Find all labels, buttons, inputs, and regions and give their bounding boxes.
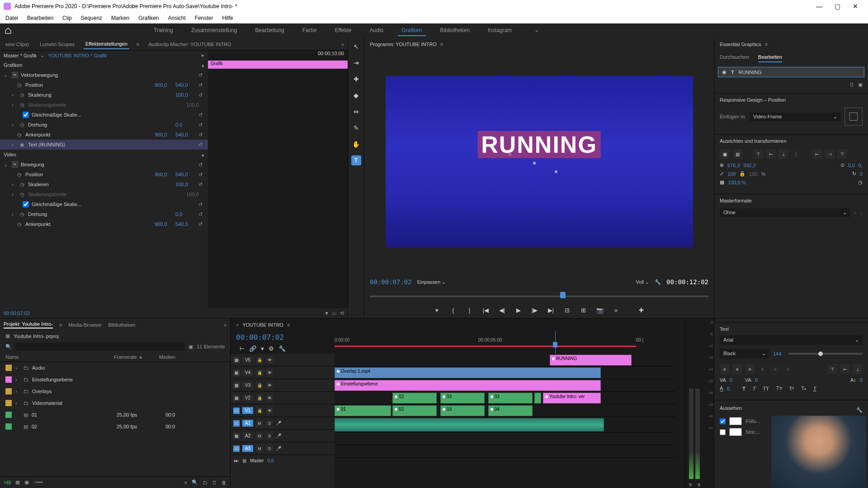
track-a2[interactable]: A2 [242, 432, 253, 439]
track-toggle[interactable]: ▦ [233, 433, 240, 439]
fit-dropdown[interactable]: Einpassen ⌄ [417, 279, 446, 285]
reset-icon[interactable] [196, 82, 204, 88]
tab-bibliotheken[interactable]: Bibliotheken [108, 322, 135, 328]
lift-icon[interactable]: ⊟ [562, 305, 572, 315]
down-arrow-icon[interactable]: ↓ [860, 210, 863, 216]
track-mute-icon[interactable]: M [256, 420, 263, 427]
eg-pos-x[interactable]: 576,3 [727, 163, 740, 168]
eg-tab-bearbeiten[interactable]: Bearbeiten [758, 52, 782, 62]
eg-tab-durchsuchen[interactable]: Durchsuchen [720, 52, 749, 62]
visibility-icon[interactable]: ◉ [722, 69, 726, 75]
fx-badge[interactable]: fx [12, 161, 18, 168]
tab-audioclip-mischer[interactable]: Audioclip-Mischer: YOUTUBE INTRO [146, 40, 233, 49]
position-y[interactable]: 540,0 [175, 82, 193, 88]
step-forward-icon[interactable]: |▶ [530, 305, 540, 315]
eg-rotation[interactable]: 0 [860, 171, 863, 177]
stopwatch-icon[interactable]: ◷ [17, 82, 23, 88]
snap-icon[interactable]: ⊢ [240, 345, 245, 352]
mark-out-icon[interactable]: } [465, 305, 475, 315]
eg-font-dropdown[interactable]: Arial⌄ [720, 335, 863, 345]
reset-icon[interactable] [196, 92, 204, 98]
clip-small-v2[interactable] [534, 393, 541, 404]
anker-y[interactable]: 540,0 [175, 132, 193, 137]
list-view-icon[interactable]: ≡▤ [4, 479, 11, 485]
mic-icon[interactable]: 🎤 [276, 433, 281, 438]
distribute-v-icon[interactable]: ⊣ [825, 149, 835, 159]
menu-grafiken[interactable]: Grafiken [135, 14, 162, 22]
reset-icon[interactable] [196, 221, 204, 227]
track-visibility-icon[interactable]: 👁 [266, 382, 273, 389]
mic-icon[interactable]: 🎤 [276, 421, 281, 426]
track-toggle[interactable]: ▦ [233, 395, 240, 401]
track-toggle[interactable]: ▦ [233, 382, 240, 389]
expand-icon[interactable]: ⌄ [4, 162, 9, 168]
stopwatch-icon[interactable]: ◷ [20, 122, 25, 128]
track-a3[interactable]: A3 [242, 445, 253, 452]
reset-icon[interactable] [196, 162, 204, 168]
clip-running[interactable]: RUNNING [550, 355, 632, 366]
track-v5[interactable]: V5 [242, 357, 253, 363]
small-caps-icon[interactable]: Tᴛ [776, 385, 782, 391]
workspace-zusammenstellung[interactable]: Zusammenstellung [188, 25, 241, 36]
clip-01-v1[interactable]: 01 [335, 405, 391, 416]
anker-x[interactable]: 960,0 [155, 132, 173, 137]
clip-02-v2[interactable]: 02 [392, 393, 437, 404]
clip-02-v1[interactable]: 02 [392, 405, 437, 416]
project-item[interactable]: ›🗀Einstellungsebene [0, 374, 230, 385]
collapse-icon[interactable]: ▴ [202, 152, 204, 158]
group-layer-icon[interactable]: ▣ [858, 82, 863, 88]
automate-icon[interactable]: ≡ [184, 480, 187, 485]
skip-end-icon[interactable]: ⏭ [234, 458, 239, 463]
text-justify-last-right-icon[interactable]: ≡ [783, 364, 793, 374]
track-lock-icon[interactable]: 🔒 [256, 382, 263, 389]
text-align-center-icon[interactable]: ≡ [732, 364, 742, 374]
icon-view-icon[interactable]: ▦ [15, 479, 20, 485]
group-video[interactable]: Video [4, 152, 199, 157]
track-v2[interactable]: V2 [242, 394, 253, 401]
track-source-v1[interactable]: V1 [233, 408, 240, 414]
chevron-down-icon[interactable]: ⌄ [40, 52, 44, 58]
reset-icon[interactable] [196, 122, 204, 128]
eg-kerning[interactable]: 0 [755, 377, 758, 383]
eg-anchor-x[interactable]: 0,0 [848, 163, 855, 168]
track-visibility-icon[interactable]: 👁 [266, 369, 273, 376]
panel-menu-icon[interactable]: ≡ [137, 42, 139, 47]
track-visibility-icon[interactable]: 👁 [266, 407, 273, 414]
up-arrow-icon[interactable]: ↑ [854, 210, 857, 216]
menu-marken[interactable]: Marken [108, 14, 133, 22]
eg-font-size[interactable]: 144 [773, 351, 781, 357]
settings-icon[interactable]: ⚙ [269, 345, 274, 352]
workspace-bearbeitung[interactable]: Bearbeitung [251, 25, 288, 36]
timeline-playhead-icon[interactable] [553, 342, 557, 347]
align-top-icon[interactable]: ⊤ [753, 149, 763, 159]
menu-ansicht[interactable]: Ansicht [164, 14, 189, 22]
text-layer-running[interactable]: Text (RUNNING) [28, 142, 193, 147]
track-lock-icon[interactable]: 🔒 [256, 369, 263, 376]
reset-icon[interactable] [196, 132, 204, 138]
stopwatch-icon[interactable]: ◷ [17, 132, 23, 138]
timeline-ruler[interactable]: 0:00:00 00:00:05:00 00:( [335, 331, 685, 354]
gleichm-checkbox[interactable] [23, 112, 29, 118]
project-item[interactable]: ›🗀Overlays [0, 385, 230, 397]
superscript-icon[interactable]: T² [789, 386, 794, 391]
project-item[interactable]: ›🗀Videomaterial [0, 397, 230, 409]
eg-pin-dropdown[interactable]: Video-Frame⌄ [750, 113, 841, 121]
align-center-h-icon[interactable]: ▤ [732, 149, 742, 159]
linked-selection-icon[interactable]: 🔗 [249, 345, 256, 352]
project-item[interactable]: ›🗀Audio [0, 362, 230, 374]
track-v3[interactable]: V3 [242, 382, 253, 389]
menu-datei[interactable]: Datei [2, 14, 22, 22]
delete-icon[interactable]: 🗑 [222, 480, 226, 485]
track-lock-icon[interactable]: 🔒 [256, 407, 263, 414]
add-marker-icon[interactable]: ▾ [432, 305, 442, 315]
clip-overlay[interactable]: Overlay 1.mp4 [335, 367, 601, 378]
close-icon[interactable]: × [236, 322, 239, 328]
track-toggle[interactable]: ▦ [242, 458, 246, 463]
expand-icon[interactable]: › [12, 182, 17, 187]
new-layer-icon[interactable]: 🗋 [849, 82, 854, 88]
master-val[interactable]: 0,0 [268, 458, 274, 463]
track-toggle[interactable]: ▦ [233, 370, 240, 376]
program-scrubber[interactable] [364, 291, 714, 302]
freeform-view-icon[interactable]: ▣ [24, 479, 29, 485]
eg-leading[interactable]: 0 [860, 377, 863, 383]
